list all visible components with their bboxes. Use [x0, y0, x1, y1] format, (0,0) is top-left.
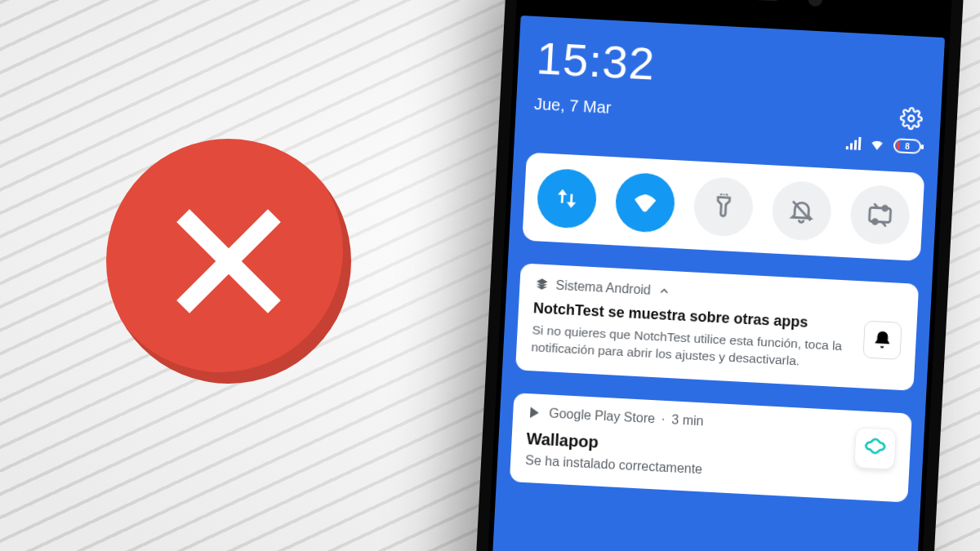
- dot-separator: ·: [661, 412, 665, 427]
- gear-icon: [899, 106, 923, 130]
- date: Jue, 7 Mar: [533, 95, 612, 118]
- notification-app-icon: [862, 321, 902, 360]
- phone-earpiece: [689, 0, 779, 2]
- phone-mockup: 15:32 Jue, 7 Mar: [464, 0, 965, 551]
- notification-card-system[interactable]: Sistema Android NotchTest se muestra sob…: [515, 263, 919, 390]
- qs-dnd-toggle[interactable]: [771, 180, 833, 242]
- battery-percent: 8: [905, 141, 910, 150]
- qs-data-toggle[interactable]: [536, 167, 598, 229]
- qs-screenshot-toggle[interactable]: [849, 184, 911, 246]
- layers-icon: [534, 277, 550, 292]
- data-arrows-icon: [552, 184, 581, 213]
- notification-age: 3 min: [671, 412, 704, 429]
- battery-indicator: 8: [893, 138, 922, 154]
- wallapop-app-icon: [853, 427, 897, 470]
- notification-app-name: Sistema Android: [555, 278, 651, 298]
- signal-icon: [846, 136, 862, 150]
- flashlight-icon: [709, 192, 738, 221]
- stage: 15:32 Jue, 7 Mar: [0, 0, 980, 551]
- qs-wifi-toggle[interactable]: [614, 171, 676, 233]
- phone-camera: [808, 0, 823, 7]
- bell-off-icon: [787, 196, 817, 225]
- status-header: 15:32 Jue, 7 Mar: [514, 16, 945, 164]
- cloud-icon: [861, 433, 890, 463]
- settings-button[interactable]: [899, 106, 924, 133]
- wifi-icon: [869, 136, 886, 153]
- qs-flashlight-toggle[interactable]: [693, 176, 755, 238]
- svg-point-0: [908, 115, 914, 121]
- chevron-up-icon[interactable]: [657, 284, 670, 298]
- error-x-badge: [106, 139, 351, 384]
- quick-settings-panel: [522, 153, 924, 261]
- wifi-icon: [630, 188, 660, 217]
- play-store-icon: [528, 405, 543, 420]
- notification-card-playstore[interactable]: Google Play Store · 3 min Wallapop Se ha…: [510, 393, 912, 502]
- phone-screen: 15:32 Jue, 7 Mar: [484, 16, 946, 551]
- screenshot-icon: [866, 200, 895, 229]
- notification-app-name: Google Play Store: [549, 406, 656, 426]
- close-icon: [163, 196, 294, 327]
- bell-icon: [871, 329, 893, 351]
